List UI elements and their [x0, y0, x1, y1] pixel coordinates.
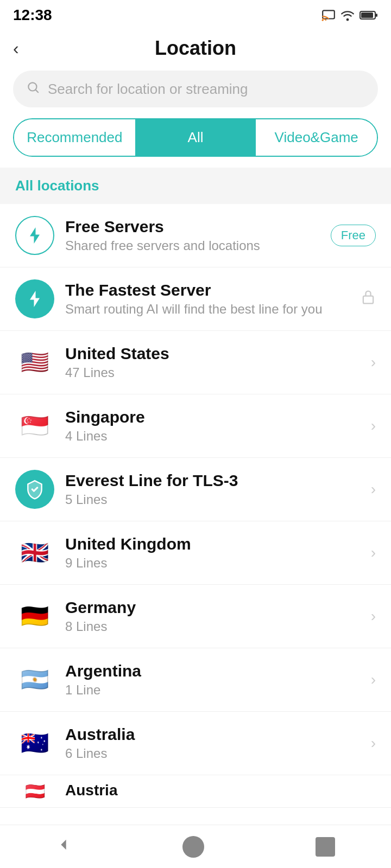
- everest-name: Everest Line for TLS-3: [65, 471, 371, 490]
- us-sub: 47 Lines: [65, 365, 371, 380]
- chevron-right-icon: ›: [371, 671, 376, 688]
- search-placeholder-text: Search for location or streaming: [48, 81, 248, 98]
- ar-name: Argentina: [65, 662, 371, 680]
- free-servers-name: Free Servers: [65, 218, 331, 236]
- ar-flag-icon: 🇦🇷: [15, 660, 54, 699]
- partial-flag-icon: 🇦🇹: [15, 775, 54, 808]
- nav-home-button[interactable]: [182, 836, 204, 858]
- svg-marker-6: [30, 227, 40, 244]
- page-title: Location: [155, 37, 236, 60]
- sg-text: Singapore 4 Lines: [65, 408, 371, 444]
- search-bar[interactable]: Search for location or streaming: [13, 71, 378, 107]
- list-item-germany[interactable]: 🇩🇪 Germany 8 Lines ›: [0, 585, 391, 648]
- au-flag-icon: 🇦🇺: [15, 724, 54, 763]
- tab-all[interactable]: All: [135, 119, 256, 156]
- list-item-australia[interactable]: 🇦🇺 Australia 6 Lines ›: [0, 712, 391, 775]
- svg-rect-4: [376, 14, 377, 17]
- list-item-singapore[interactable]: 🇸🇬 Singapore 4 Lines ›: [0, 394, 391, 458]
- de-text: Germany 8 Lines: [65, 598, 371, 634]
- cast-icon: [321, 9, 336, 21]
- list-item-free-servers[interactable]: Free Servers Shared free servers and loc…: [0, 204, 391, 267]
- partial-name: Austria: [65, 782, 376, 799]
- chevron-right-icon: ›: [371, 481, 376, 498]
- au-sub: 6 Lines: [65, 746, 371, 761]
- chevron-right-icon: ›: [371, 544, 376, 561]
- list-item-united-states[interactable]: 🇺🇸 United States 47 Lines ›: [0, 331, 391, 394]
- fastest-server-name: The Fastest Server: [65, 281, 361, 299]
- chevron-right-icon: ›: [371, 417, 376, 435]
- ar-text: Argentina 1 Line: [65, 662, 371, 698]
- everest-sub: 5 Lines: [65, 492, 371, 507]
- sg-sub: 4 Lines: [65, 429, 371, 444]
- back-button[interactable]: ‹: [13, 39, 19, 59]
- sg-flag-icon: 🇸🇬: [15, 406, 54, 445]
- fastest-server-icon: [15, 279, 54, 318]
- free-servers-sub: Shared free servers and locations: [65, 238, 331, 253]
- de-flag-icon: 🇩🇪: [15, 597, 54, 636]
- list-item-uk[interactable]: 🇬🇧 United Kingdom 9 Lines ›: [0, 521, 391, 585]
- svg-rect-0: [323, 10, 335, 18]
- search-icon: [26, 80, 40, 98]
- status-icons: [321, 9, 378, 21]
- free-servers-icon: [15, 216, 54, 255]
- uk-name: United Kingdom: [65, 535, 371, 553]
- chevron-right-icon: ›: [371, 354, 376, 371]
- tab-video-game[interactable]: Video&Game: [256, 119, 377, 156]
- battery-icon: [360, 10, 378, 20]
- svg-marker-7: [30, 291, 40, 307]
- list-item-partial[interactable]: 🇦🇹 Austria: [0, 775, 391, 808]
- chevron-right-icon: ›: [371, 735, 376, 752]
- de-sub: 8 Lines: [65, 619, 371, 634]
- nav-recent-button[interactable]: [316, 837, 335, 857]
- section-title: All locations: [15, 177, 99, 194]
- list-item-everest[interactable]: Everest Line for TLS-3 5 Lines ›: [0, 458, 391, 521]
- lock-icon: [361, 289, 376, 310]
- status-time: 12:38: [13, 7, 52, 24]
- svg-rect-3: [361, 12, 373, 18]
- section-header: All locations: [0, 168, 391, 204]
- free-badge: Free: [331, 225, 376, 246]
- svg-rect-8: [363, 296, 373, 303]
- search-container: Search for location or streaming: [0, 71, 391, 118]
- everest-shield-icon: [15, 470, 54, 509]
- us-text: United States 47 Lines: [65, 344, 371, 380]
- de-name: Germany: [65, 598, 371, 617]
- chevron-right-icon: ›: [371, 608, 376, 625]
- us-name: United States: [65, 344, 371, 363]
- us-flag-icon: 🇺🇸: [15, 343, 54, 382]
- uk-flag-icon: 🇬🇧: [15, 533, 54, 572]
- svg-marker-9: [61, 840, 66, 850]
- tabs-container: Recommended All Video&Game: [0, 118, 391, 168]
- au-text: Australia 6 Lines: [65, 725, 371, 761]
- fastest-server-sub: Smart routing AI will find the best line…: [65, 302, 361, 317]
- wifi-icon: [340, 9, 355, 21]
- header: ‹ Location: [0, 28, 391, 71]
- tab-group: Recommended All Video&Game: [13, 118, 378, 157]
- list-item-argentina[interactable]: 🇦🇷 Argentina 1 Line ›: [0, 648, 391, 712]
- status-bar: 12:38: [0, 0, 391, 28]
- fastest-server-text: The Fastest Server Smart routing AI will…: [65, 281, 361, 317]
- ar-sub: 1 Line: [65, 682, 371, 698]
- au-name: Australia: [65, 725, 371, 744]
- uk-sub: 9 Lines: [65, 556, 371, 571]
- svg-point-1: [322, 20, 324, 21]
- everest-text: Everest Line for TLS-3 5 Lines: [65, 471, 371, 507]
- location-list: Free Servers Shared free servers and loc…: [0, 204, 391, 808]
- nav-back-button[interactable]: [56, 837, 71, 856]
- bottom-nav: [0, 825, 391, 868]
- sg-name: Singapore: [65, 408, 371, 426]
- uk-text: United Kingdom 9 Lines: [65, 535, 371, 571]
- tab-recommended[interactable]: Recommended: [14, 119, 135, 156]
- list-item-fastest-server[interactable]: The Fastest Server Smart routing AI will…: [0, 267, 391, 331]
- partial-text: Austria: [65, 782, 376, 801]
- free-servers-text: Free Servers Shared free servers and loc…: [65, 218, 331, 253]
